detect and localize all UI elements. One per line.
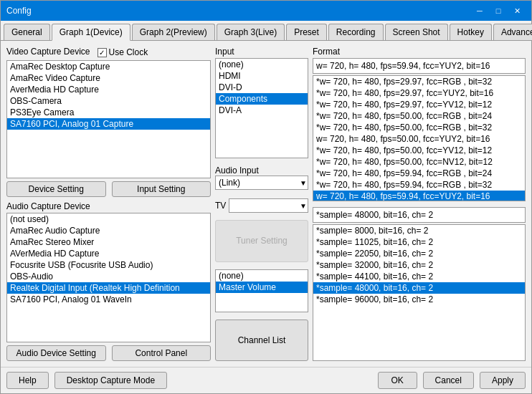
list-item[interactable]: Master Volume — [216, 282, 308, 293]
audio-input-select-wrapper: (Link) None Line In S/PDIF ▼ — [215, 176, 308, 190]
input-listbox[interactable]: (none) HDMI DVI-D Components DVI-A — [215, 58, 308, 158]
maximize-button[interactable]: □ — [490, 4, 507, 17]
tv-select[interactable] — [229, 198, 308, 213]
minimize-button[interactable]: ─ — [471, 4, 488, 17]
list-item[interactable]: w= 720, h= 480, fps=59.94, fcc=YUY2, bit… — [313, 191, 525, 201]
audio-input-label: Audio Input — [215, 165, 259, 176]
desktop-capture-button[interactable]: Desktop Capture Mode — [54, 372, 167, 389]
tv-section: TV ▼ — [215, 198, 308, 213]
list-item[interactable]: AVerMedia HD Capture — [7, 248, 210, 259]
tab-hotkey[interactable]: Hotkey — [450, 24, 492, 40]
audio-device-buttons: Audio Device Setting Control Panel — [6, 345, 211, 361]
audio-format-listbox[interactable]: *sample= 8000, bit=16, ch= 2 *sample= 11… — [313, 224, 526, 362]
list-item[interactable]: SA7160 PCI, Analog 01 Capture — [7, 118, 210, 130]
list-item[interactable]: *w= 720, h= 480, fps=59.94, fcc=RGB , bi… — [313, 179, 525, 191]
cancel-button[interactable]: Cancel — [423, 372, 474, 389]
tuner-setting-button: Tuner Setting — [215, 220, 308, 262]
title-bar: Config ─ □ ✕ — [1, 1, 531, 21]
list-item[interactable]: PS3Eye Camera — [7, 107, 210, 118]
list-item[interactable]: *w= 720, h= 480, fps=50.00, fcc=RGB , bi… — [313, 110, 525, 122]
list-item[interactable]: w= 720, h= 480, fps=50.00, fcc=YUY2, bit… — [313, 133, 525, 145]
video-device-header: Video Capture Device Use Clock — [6, 47, 211, 58]
list-item[interactable]: Components — [216, 93, 308, 105]
use-clock-checkbox[interactable] — [98, 48, 107, 57]
list-item[interactable]: DVI-A — [216, 105, 308, 116]
device-buttons: Device Setting Input Setting — [6, 181, 211, 197]
list-item[interactable]: AverMedia HD Capture — [7, 84, 210, 95]
list-item[interactable]: *w= 720, h= 480, fps=50.00, fcc=RGB , bi… — [313, 122, 525, 133]
list-item[interactable]: HDMI — [216, 70, 308, 82]
list-item[interactable]: Realtek Digital Input (Realtek High Defi… — [7, 282, 210, 294]
format-listbox[interactable]: *w= 720, h= 480, fps=29.97, fcc=RGB , bi… — [313, 75, 526, 201]
input-section: Input (none) HDMI DVI-D Components DVI-A — [215, 47, 308, 158]
list-item[interactable]: *w= 720, h= 480, fps=29.97, fcc=YV12, bi… — [313, 99, 525, 110]
list-item[interactable]: (not used) — [7, 213, 210, 225]
right-column: Format w= 720, h= 480, fps=59.94, fcc=YU… — [313, 47, 526, 361]
left-column: Video Capture Device Use Clock AmaRec De… — [6, 47, 211, 361]
tab-recording[interactable]: Recording — [328, 24, 384, 40]
device-setting-button[interactable]: Device Setting — [6, 181, 106, 197]
tab-advanced[interactable]: Advanced — [493, 24, 532, 40]
main-grid: Video Capture Device Use Clock AmaRec De… — [6, 47, 526, 361]
list-item[interactable]: DVI-D — [216, 82, 308, 93]
tab-preset[interactable]: Preset — [286, 24, 327, 40]
tab-graph1device[interactable]: Graph 1(Device) — [52, 24, 130, 41]
list-item[interactable]: *sample= 11025, bit=16, ch= 2 — [313, 236, 525, 248]
list-item[interactable]: *sample= 32000, bit=16, ch= 2 — [313, 259, 525, 271]
list-item[interactable]: AmaRec Desktop Capture — [7, 61, 210, 72]
list-item[interactable]: *sample= 48000, bit=16, ch= 2 — [313, 282, 525, 294]
bottom-right-buttons: OK Cancel Apply — [378, 372, 526, 389]
tab-general[interactable]: General — [4, 24, 50, 40]
mid-audio-listbox[interactable]: (none) Master Volume — [215, 269, 308, 312]
ok-button[interactable]: OK — [378, 372, 417, 389]
list-item[interactable]: (none) — [216, 270, 308, 282]
tab-graph2preview[interactable]: Graph 2(Preview) — [132, 24, 215, 40]
use-clock-control[interactable]: Use Clock — [98, 47, 148, 57]
title-bar-controls: ─ □ ✕ — [471, 4, 526, 17]
video-capture-section: Video Capture Device Use Clock AmaRec De… — [6, 47, 211, 197]
audio-input-select[interactable]: (Link) None Line In S/PDIF — [215, 176, 308, 190]
format-label: Format — [313, 47, 526, 57]
list-item[interactable]: *sample= 44100, bit=16, ch= 2 — [313, 271, 525, 282]
list-item[interactable]: *w= 720, h= 480, fps=50.00, fcc=NV12, bi… — [313, 156, 525, 168]
audio-device-setting-button[interactable]: Audio Device Setting — [6, 345, 106, 361]
video-capture-label: Video Capture Device — [6, 47, 90, 57]
channel-list-button[interactable]: Channel List — [215, 319, 308, 362]
list-item[interactable]: Focusrite USB (Focusrite USB Audio) — [7, 259, 210, 271]
list-item[interactable]: AmaRec Audio Capture — [7, 225, 210, 236]
list-item[interactable]: AmaRec Video Capture — [7, 72, 210, 84]
list-item[interactable]: SA7160 PCI, Analog 01 WaveIn — [7, 294, 210, 305]
list-item[interactable]: *w= 720, h= 480, fps=29.97, fcc=YUY2, bi… — [313, 87, 525, 99]
help-button[interactable]: Help — [6, 372, 49, 389]
tv-label: TV — [215, 201, 226, 211]
list-item[interactable]: *sample= 22050, bit=16, ch= 2 — [313, 248, 525, 259]
video-device-listbox[interactable]: AmaRec Desktop Capture AmaRec Video Capt… — [6, 60, 211, 178]
list-item[interactable]: *w= 720, h= 480, fps=29.97, fcc=RGB , bi… — [313, 76, 525, 87]
format-current-display: w= 720, h= 480, fps=59.94, fcc=YUY2, bit… — [313, 58, 526, 74]
audio-capture-label: Audio Capture Device — [6, 201, 211, 211]
control-panel-button[interactable]: Control Panel — [112, 345, 212, 361]
list-item[interactable]: (none) — [216, 59, 308, 70]
audio-format-section: *sample= 48000, bit=16, ch= 2 *sample= 8… — [313, 207, 526, 362]
format-section: Format w= 720, h= 480, fps=59.94, fcc=YU… — [313, 47, 526, 201]
use-clock-label: Use Clock — [109, 47, 148, 57]
input-setting-button[interactable]: Input Setting — [112, 181, 212, 197]
list-item[interactable]: AmaRec Stereo Mixer — [7, 236, 210, 248]
window-title: Config — [6, 6, 32, 16]
list-item[interactable]: *w= 720, h= 480, fps=50.00, fcc=YV12, bi… — [313, 145, 525, 156]
middle-column: Input (none) HDMI DVI-D Components DVI-A… — [215, 47, 308, 361]
list-item[interactable]: OBS-Camera — [7, 95, 210, 107]
list-item[interactable]: *sample= 8000, bit=16, ch= 2 — [313, 225, 525, 236]
list-item[interactable]: OBS-Audio — [7, 271, 210, 282]
audio-format-current-display: *sample= 48000, bit=16, ch= 2 — [313, 207, 526, 223]
list-item[interactable]: *w= 720, h= 480, fps=59.94, fcc=RGB , bi… — [313, 168, 525, 179]
tab-graph3live[interactable]: Graph 3(Live) — [217, 24, 285, 40]
bottom-left-buttons: Help Desktop Capture Mode — [6, 372, 167, 389]
close-button[interactable]: ✕ — [508, 4, 526, 17]
content-area: Video Capture Device Use Clock AmaRec De… — [1, 41, 531, 367]
list-item[interactable]: *sample= 96000, bit=16, ch= 2 — [313, 294, 525, 305]
tab-screenshot[interactable]: Screen Shot — [385, 24, 448, 40]
audio-device-listbox[interactable]: (not used) AmaRec Audio Capture AmaRec S… — [6, 213, 211, 342]
config-window: Config ─ □ ✕ General Graph 1(Device) Gra… — [0, 0, 532, 394]
apply-button[interactable]: Apply — [480, 372, 526, 389]
